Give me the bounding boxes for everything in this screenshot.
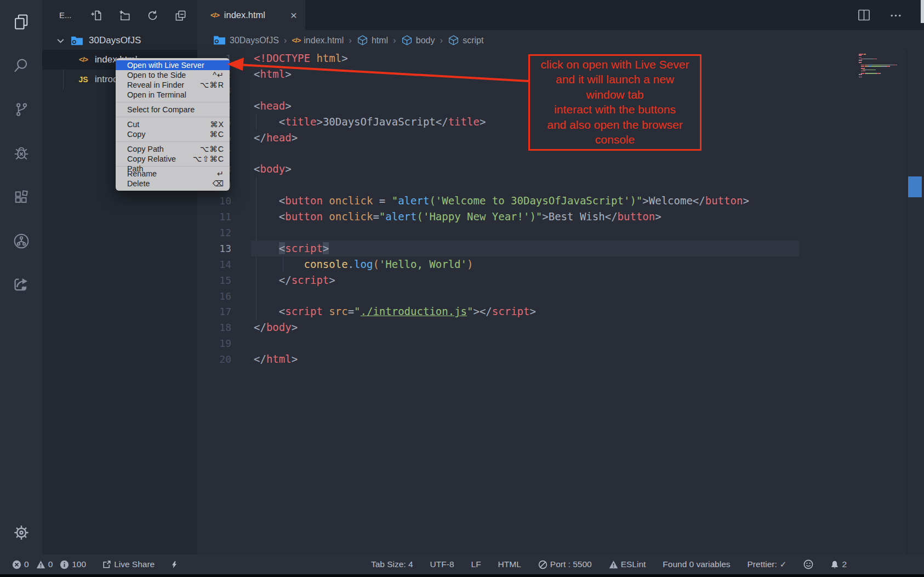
tree-root-folder[interactable]: 30DaysOfJS (42, 31, 197, 50)
status-item-eol[interactable]: LF (471, 559, 481, 569)
code-line-9[interactable]: 9 (197, 177, 924, 193)
code-line-15[interactable]: 15 </script> (197, 272, 924, 288)
status-item-go-live[interactable] (170, 560, 178, 569)
code-text: </html> (254, 351, 298, 367)
breadcrumb-item-30daysofjs[interactable]: 30DaysOfJS (213, 33, 279, 47)
activity-item-publish[interactable] (0, 263, 42, 307)
status-item-live-server-port[interactable]: Port : 5500 (538, 559, 592, 569)
menu-item-open-in-terminal[interactable]: Open in Terminal (116, 90, 230, 100)
symbol-cube-icon (448, 35, 459, 46)
minimap[interactable] (859, 54, 909, 87)
code-line-14[interactable]: 14 console.log('Hello, World') (197, 256, 924, 272)
warning-icon (36, 560, 45, 569)
code-line-11[interactable]: 11 <button onclick="alert('Happy New Yea… (197, 209, 924, 225)
live-share-icon (102, 560, 111, 569)
breadcrumb-item-html[interactable]: html (357, 35, 388, 46)
code-line-19[interactable]: 19 (197, 335, 924, 351)
status-item-tab-size[interactable]: Tab Size: 4 (371, 559, 413, 569)
menu-item-delete[interactable]: Delete⌫ (116, 179, 230, 188)
refresh-explorer-button[interactable] (145, 8, 159, 22)
code-text: <button onclick = "alert('Welcome to 30D… (254, 193, 749, 209)
line-number: 15 (197, 272, 231, 288)
code-line-13[interactable]: 13 <script> (197, 241, 924, 256)
minimap-line (862, 60, 862, 61)
activity-item-extensions[interactable] (0, 175, 42, 219)
status-item-feedback[interactable] (803, 559, 813, 569)
code-line-12[interactable]: 12 (197, 225, 924, 241)
breadcrumb-label: body (416, 36, 435, 45)
code-line-17[interactable]: 17 <script src="./introduction.js"></scr… (197, 304, 924, 319)
status-item-encoding[interactable]: UTF-8 (430, 559, 454, 569)
menu-item-label: Open in Terminal (127, 90, 186, 100)
tab-index-html[interactable]: </> index.html × (197, 0, 305, 30)
code-line-10[interactable]: 10 <button onclick = "alert('Welcome to … (197, 193, 924, 209)
menu-item-cut[interactable]: Cut⌘X (116, 119, 230, 129)
status-item-variables-found[interactable]: Found 0 variables (663, 559, 730, 569)
minimap-line (862, 74, 862, 75)
line-number: 11 (197, 209, 231, 225)
menu-item-reveal-in-finder[interactable]: Reveal in Finder⌥⌘R (116, 80, 230, 90)
menu-item-open-to-the-side[interactable]: Open to the Side^↵ (116, 70, 230, 80)
activity-item-source-control[interactable] (0, 88, 42, 132)
menu-item-copy-path[interactable]: Copy Path⌥⌘C (116, 144, 230, 154)
line-number: 20 (197, 351, 231, 367)
annotation-text-line: click on open with Live Sever (530, 57, 700, 72)
activity-item-live-share[interactable] (0, 219, 42, 263)
menu-item-label: Open to the Side (127, 70, 186, 80)
menu-item-label: Cut (127, 119, 139, 129)
breadcrumb-item-script[interactable]: script (448, 35, 483, 46)
tab-close-icon[interactable]: × (290, 9, 297, 22)
code-line-8[interactable]: 8<body> (197, 161, 924, 177)
collapse-folders-button[interactable] (173, 8, 187, 22)
menu-item-rename[interactable]: Rename↵ (116, 169, 230, 179)
breadcrumb-separator: › (393, 35, 396, 46)
minimap-line (862, 77, 862, 78)
activity-item-run-debug[interactable] (0, 132, 42, 175)
status-item-label: Found 0 variables (663, 559, 730, 569)
lightning-icon (170, 560, 178, 569)
activity-item-search[interactable] (0, 44, 42, 88)
more-actions-icon[interactable] (889, 9, 903, 22)
explorer-title: E... (59, 0, 72, 30)
menu-item-select-for-compare[interactable]: Select for Compare (116, 105, 230, 115)
status-item-problems-errors[interactable]: 0 (12, 559, 29, 569)
line-number: 16 (197, 288, 231, 304)
window-bottom-edge (0, 574, 924, 577)
menu-item-label: Open with Live Server (127, 60, 204, 70)
port-icon (538, 560, 547, 569)
menu-item-open-with-live-server[interactable]: Open with Live Server (116, 60, 230, 70)
new-file-button[interactable] (89, 8, 104, 22)
new-folder-button[interactable] (117, 8, 132, 22)
code-text: <title>30DaysOfJavaScript</title> (254, 114, 486, 130)
status-item-notifications[interactable]: 2 (830, 559, 847, 569)
line-number: 13 (197, 241, 231, 256)
menu-item-shortcut: ⌥⇧⌘C (193, 154, 224, 164)
status-item-label: ESLint (621, 559, 646, 569)
minimap-line (875, 70, 876, 71)
warning-triangle-icon (609, 560, 618, 569)
breadcrumb-item-index-html[interactable]: </>index.html (292, 36, 344, 45)
split-editor-icon[interactable] (857, 8, 871, 22)
activity-item-settings[interactable] (0, 511, 42, 555)
menu-item-copy[interactable]: Copy⌘C (116, 129, 230, 139)
status-item-label: Tab Size: 4 (371, 559, 413, 569)
gear-icon (12, 523, 31, 542)
menu-item-copy-relative-path[interactable]: Copy Relative Path⌥⇧⌘C (116, 154, 230, 164)
code-line-20[interactable]: 20</html> (197, 351, 924, 367)
minimap-line (865, 54, 866, 55)
explorer-header: E... (42, 0, 197, 30)
status-item-eslint[interactable]: ESLint (609, 559, 646, 569)
minimap-line (897, 65, 897, 66)
activity-item-explorer[interactable] (0, 0, 42, 44)
status-item-problems-info[interactable]: 100 (60, 559, 86, 569)
symbol-cube-icon (357, 35, 368, 46)
code-line-16[interactable]: 16 (197, 288, 924, 304)
status-item-prettier[interactable]: Prettier:✓ (748, 559, 787, 569)
code-line-18[interactable]: 18</body> (197, 319, 924, 335)
status-item-problems-warnings[interactable]: 0 (36, 559, 53, 569)
status-item-live-share[interactable]: Live Share (102, 559, 155, 569)
minimap-line (865, 71, 865, 72)
minimap-line (861, 55, 862, 56)
breadcrumb-item-body[interactable]: body (401, 35, 435, 46)
status-item-language-mode[interactable]: HTML (498, 559, 521, 569)
